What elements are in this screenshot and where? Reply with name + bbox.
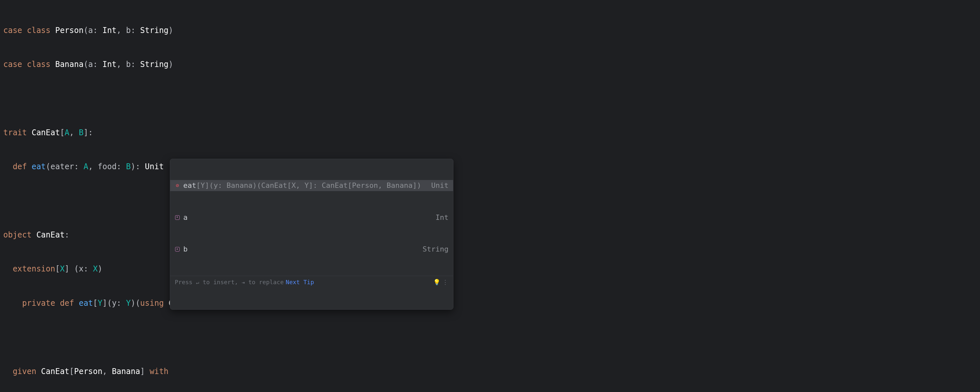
field-icon [175,247,180,252]
autocomplete-item-type: String [423,244,449,255]
autocomplete-item-label: b [183,244,420,255]
code-line[interactable]: private def eat[Y](y: Y)(using CanEat[X,… [3,298,977,309]
code-line[interactable] [3,93,977,104]
code-line[interactable]: case class Person(a: Int, b: String) [3,25,977,36]
code-line[interactable]: case class Banana(a: Int, b: String) [3,59,977,70]
field-icon [175,215,180,220]
autocomplete-item-label: eat[Y](y: Banana)(CanEat[X, Y]: CanEat[P… [183,180,428,191]
keyword-case: case [3,26,22,35]
method-icon: ⊘ [175,183,180,188]
autocomplete-item-type: Unit [431,180,449,191]
autocomplete-item[interactable]: a Int [170,212,453,223]
next-tip-link[interactable]: Next Tip [286,278,314,287]
keyword-class: class [27,26,50,35]
autocomplete-footer: Press ↵ to insert, ⇥ to replace Next Tip… [170,276,453,288]
autocomplete-item-type: Int [436,212,449,223]
more-icon[interactable]: ⋮ [442,278,449,287]
code-line[interactable]: given CanEat[Person, Banana] with [3,366,977,377]
autocomplete-item[interactable]: b String [170,244,453,255]
code-line[interactable]: trait CanEat[A, B]: [3,127,977,139]
code-line[interactable] [3,331,977,343]
type-name: Person [55,26,84,35]
autocomplete-popup[interactable]: ⊘ eat[Y](y: Banana)(CanEat[X, Y]: CanEat… [170,159,453,310]
lightbulb-icon[interactable]: 💡 [433,278,440,287]
autocomplete-hint: Press ↵ to insert, ⇥ to replace [175,278,284,287]
code-editor[interactable]: case class Person(a: Int, b: String) cas… [0,0,980,392]
code-line[interactable]: extension[X] (x: X) [3,263,977,275]
code-line[interactable]: def eat(eater: A, food: B): Unit [3,161,977,172]
code-line[interactable]: object CanEat: [3,229,977,241]
autocomplete-item-label: a [183,212,432,223]
code-line[interactable] [3,195,977,207]
autocomplete-item[interactable]: ⊘ eat[Y](y: Banana)(CanEat[X, Y]: CanEat… [170,180,453,191]
